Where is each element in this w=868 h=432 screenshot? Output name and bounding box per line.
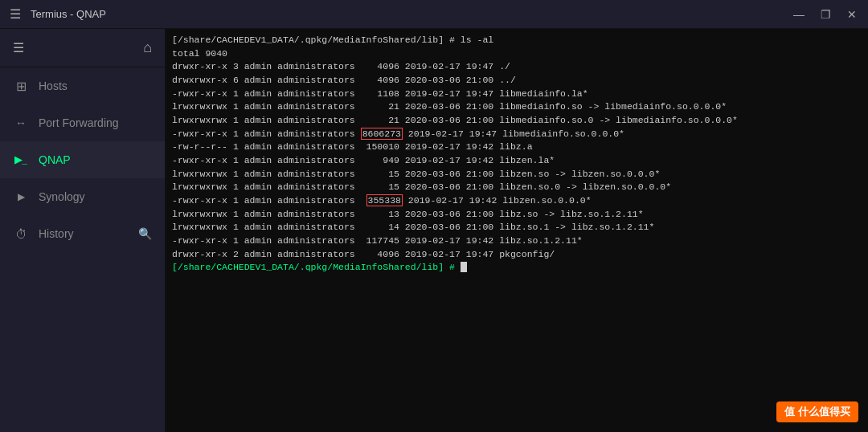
synology-label: Synology — [39, 190, 152, 203]
synology-icon: ▶ — [13, 191, 29, 202]
terminal-content: [/share/CACHEDEV1_DATA/.qpkg/MediaInfoSh… — [166, 29, 868, 279]
sidebar-item-hosts[interactable]: ⊞ Hosts — [0, 67, 165, 104]
home-icon[interactable]: ⌂ — [143, 39, 152, 56]
titlebar: ☰ Termius - QNAP — ❐ ✕ — [0, 0, 868, 29]
search-icon[interactable]: 🔍 — [138, 227, 152, 240]
sidebar-item-history[interactable]: ⏱ History 🔍 — [0, 215, 165, 252]
main-layout: ☰ ⌂ ⊞ Hosts ↔ Port Forwarding ▶_ QNAP ▶ … — [0, 29, 868, 432]
hosts-icon: ⊞ — [13, 79, 29, 94]
qnap-label: QNAP — [39, 153, 152, 166]
sidebar-item-qnap[interactable]: ▶_ QNAP — [0, 141, 165, 178]
qnap-icon: ▶_ — [13, 154, 29, 165]
watermark: 值 什么值得买 — [776, 401, 858, 422]
sidebar: ☰ ⌂ ⊞ Hosts ↔ Port Forwarding ▶_ QNAP ▶ … — [0, 29, 166, 432]
terminal-area[interactable]: [/share/CACHEDEV1_DATA/.qpkg/MediaInfoSh… — [166, 29, 868, 432]
sidebar-item-portfwd[interactable]: ↔ Port Forwarding — [0, 104, 165, 141]
history-icon: ⏱ — [13, 227, 29, 241]
history-left: ⏱ History — [13, 227, 74, 241]
minimize-button[interactable]: — — [792, 8, 806, 21]
maximize-button[interactable]: ❐ — [819, 8, 833, 21]
close-button[interactable]: ✕ — [845, 8, 858, 21]
titlebar-left: ☰ Termius - QNAP — [10, 6, 106, 22]
portfwd-icon: ↔ — [13, 116, 29, 129]
titlebar-title: Termius - QNAP — [31, 8, 106, 20]
sidebar-top: ☰ ⌂ — [0, 29, 165, 67]
history-label: History — [39, 227, 74, 240]
menu-icon[interactable]: ☰ — [13, 40, 24, 55]
portfwd-label: Port Forwarding — [39, 116, 152, 129]
sidebar-item-synology[interactable]: ▶ Synology — [0, 178, 165, 215]
hosts-label: Hosts — [39, 79, 152, 92]
hamburger-icon[interactable]: ☰ — [10, 6, 21, 22]
titlebar-controls: — ❐ ✕ — [792, 8, 858, 21]
